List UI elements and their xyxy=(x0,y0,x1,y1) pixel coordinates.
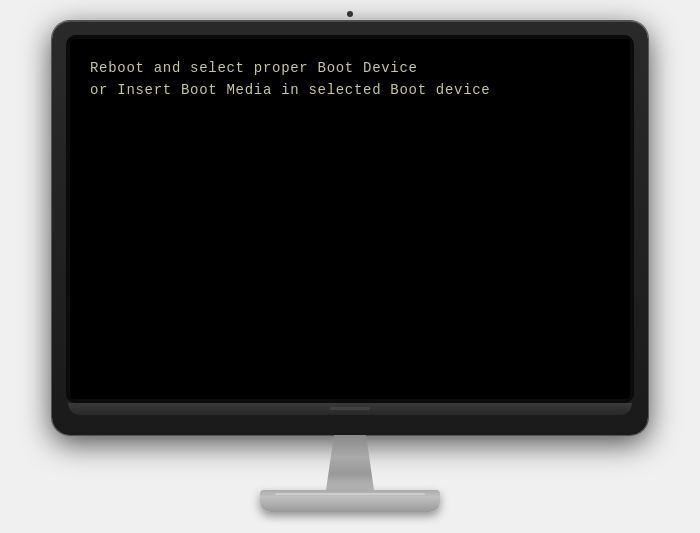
monitor-bottom-bezel xyxy=(68,403,632,415)
bios-error-text: Reboot and select proper Boot Device or … xyxy=(90,57,490,102)
bios-line1: Reboot and select proper Boot Device xyxy=(90,60,418,76)
stand-base xyxy=(260,490,440,512)
monitor-outer: Reboot and select proper Boot Device or … xyxy=(52,21,648,435)
bios-line2: or Insert Boot Media in selected Boot de… xyxy=(90,82,490,98)
stand-neck xyxy=(310,435,390,490)
screen: Reboot and select proper Boot Device or … xyxy=(70,39,630,399)
camera-dot xyxy=(347,11,353,17)
monitor-bezel: Reboot and select proper Boot Device or … xyxy=(66,35,634,403)
monitor: Reboot and select proper Boot Device or … xyxy=(52,21,648,512)
